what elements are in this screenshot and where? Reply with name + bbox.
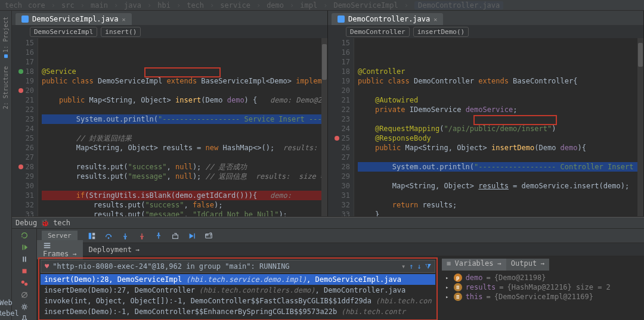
expand-icon[interactable]: ▸ <box>444 274 450 282</box>
code-line[interactable]: if(StringUtils.isBlank(demo.getIdCard())… <box>42 191 327 200</box>
server-tab[interactable]: Server <box>42 231 78 241</box>
file-tab[interactable]: DemoController.java ✕ <box>332 13 443 25</box>
gutter-line[interactable]: 32 <box>12 200 34 210</box>
code-line[interactable] <box>42 105 327 114</box>
code-line[interactable]: @RequestMapping("/api/public/demo/insert… <box>358 124 643 133</box>
variable-row[interactable]: ▸pdemo={Demo@21198} <box>442 273 642 282</box>
gutter-line[interactable]: 25 <box>12 133 34 143</box>
crumb-segment[interactable]: main <box>91 1 108 10</box>
rerun-button[interactable] <box>18 231 30 240</box>
gutter-line[interactable]: 23 <box>12 114 34 124</box>
crumb-segment[interactable]: tech <box>5 1 22 10</box>
code-line[interactable]: System.out.println("------------------ S… <box>42 114 327 124</box>
breadcrumb-class[interactable]: DemoServiceImpl <box>30 27 97 37</box>
crumb-segment[interactable]: tech <box>187 1 204 10</box>
gutter-line[interactable]: 30 <box>328 181 350 191</box>
settings-button[interactable] <box>18 303 30 311</box>
code-line[interactable] <box>42 124 327 133</box>
breakpoint-icon[interactable] <box>18 88 23 93</box>
gutter-line[interactable]: 23 <box>328 114 350 124</box>
gutter-line[interactable]: 28 <box>328 162 350 172</box>
variable-row[interactable]: ▸≡this={DemoServiceImpl@21169} <box>442 292 642 302</box>
code-line[interactable]: public class DemoServiceImpl extends Bas… <box>42 76 327 86</box>
code-line[interactable]: System.out.println("------------------ C… <box>358 162 643 172</box>
crumb-segment[interactable]: demo <box>267 1 284 10</box>
crumb-segment[interactable]: impl <box>300 1 317 10</box>
code-line[interactable]: public Map<String, Object> insertDemo(De… <box>358 143 643 153</box>
step-into-button[interactable] <box>119 230 131 242</box>
gutter-line[interactable]: 17 <box>328 57 350 67</box>
prev-frame-icon[interactable]: ↑ <box>409 262 413 271</box>
gutter-line[interactable]: 33 <box>328 210 350 216</box>
gutter-line[interactable]: 32 <box>328 200 350 210</box>
jrebel-tool-tab[interactable]: JRebel <box>0 309 19 318</box>
code-line[interactable]: results.put("message", "IdCard Not be Nu… <box>42 210 327 216</box>
code-editor-right[interactable]: 1516171819202122232425262728293031323334… <box>328 38 643 216</box>
step-out-button[interactable] <box>153 230 165 242</box>
code-line[interactable]: @Service <box>42 67 327 76</box>
code-line[interactable]: private IDemoService demoService; <box>358 105 643 114</box>
gutter-line[interactable]: 30 <box>12 181 34 191</box>
scrollbar[interactable] <box>637 38 643 216</box>
gutter-line[interactable]: 21 <box>12 95 34 105</box>
crumb-segment[interactable]: hbi <box>157 1 171 10</box>
code-editor-left[interactable]: 1516171819202122232425262728293031323334… <box>12 38 327 216</box>
file-tab[interactable]: DemoServiceImpl.java ✕ <box>16 13 132 25</box>
gutter-line[interactable]: 27 <box>328 153 350 162</box>
gutter-line[interactable]: 19 <box>328 76 350 86</box>
gutter-line[interactable]: 16 <box>12 48 34 57</box>
close-icon[interactable]: ✕ <box>434 16 437 23</box>
scrollbar[interactable] <box>321 38 327 216</box>
gutter-line[interactable]: 20 <box>12 86 34 95</box>
gutter-line[interactable]: 29 <box>328 172 350 181</box>
breakpoint-icon[interactable] <box>335 136 339 141</box>
code-line[interactable] <box>42 181 327 191</box>
variables-tab[interactable]: ≡ Variables → <box>442 259 506 271</box>
resume-button[interactable] <box>18 243 30 251</box>
breadcrumb-method[interactable]: insertDemo() <box>413 27 469 37</box>
gutter-line[interactable]: 18 <box>328 67 350 76</box>
chevron-down-icon[interactable]: ▾ <box>401 262 405 271</box>
expand-icon[interactable]: ▸ <box>444 293 450 301</box>
stack-frame[interactable]: insertDemo(Demo):27, DemoController (hbi… <box>41 285 435 296</box>
code-line[interactable] <box>358 153 643 162</box>
gutter-line[interactable]: 26 <box>328 143 350 153</box>
gutter-line[interactable]: 31 <box>12 191 34 200</box>
output-tab[interactable]: Output → <box>506 259 550 271</box>
project-tool-tab[interactable]: 1: Project <box>2 14 9 60</box>
gutter-line[interactable]: 28 <box>12 162 34 172</box>
breakpoint-icon[interactable] <box>18 164 23 169</box>
code-line[interactable] <box>358 114 643 124</box>
code-line[interactable]: @Controller <box>358 67 643 76</box>
gutter-line[interactable]: 29 <box>12 172 34 181</box>
crumb-segment[interactable]: core <box>28 1 45 10</box>
gutter-line[interactable]: 16 <box>328 48 350 57</box>
layout-button[interactable] <box>86 230 98 242</box>
gutter-line[interactable]: 22 <box>328 105 350 114</box>
breakpoints-button[interactable] <box>18 279 30 287</box>
deployment-tab[interactable]: Deployment → <box>83 244 146 255</box>
code-line[interactable]: results.put("success", null); // 是否成功 <box>42 162 327 172</box>
code-line[interactable] <box>358 86 643 95</box>
code-line[interactable] <box>358 191 643 200</box>
gutter-line[interactable]: 33 <box>12 210 34 216</box>
gutter-line[interactable]: 25 <box>328 133 350 143</box>
gutter-line[interactable]: 20 <box>328 86 350 95</box>
drop-frame-button[interactable] <box>169 230 181 242</box>
pin-button[interactable] <box>18 315 30 320</box>
step-over-button[interactable] <box>103 230 114 242</box>
code-line[interactable]: public Map<String, Object> insert(Demo d… <box>42 95 327 105</box>
run-to-cursor-button[interactable] <box>186 230 198 242</box>
code-line[interactable] <box>42 86 327 95</box>
gutter-line[interactable]: 24 <box>12 124 34 133</box>
code-line[interactable]: results.put("message", null); // 返回信息 re… <box>42 172 327 181</box>
code-line[interactable]: Map<String, Object> results = new HashMa… <box>42 143 327 153</box>
code-line[interactable]: @ResponseBody <box>358 133 643 143</box>
code-line[interactable]: @Autowired <box>358 95 643 105</box>
stack-frame[interactable]: invoke(int, Object, Object[]):-1, DemoCo… <box>41 296 435 306</box>
stack-frame[interactable]: insertDemo(Demo):-1, DemoController$$Enh… <box>41 306 435 317</box>
variable-row[interactable]: ▸≡results={HashMap@21216} size = 2 <box>442 282 642 292</box>
gutter-line[interactable]: 18 <box>12 67 34 76</box>
filter-icon[interactable]: ⧩ <box>425 262 431 271</box>
code-line[interactable]: results.put("success", false); <box>42 200 327 210</box>
